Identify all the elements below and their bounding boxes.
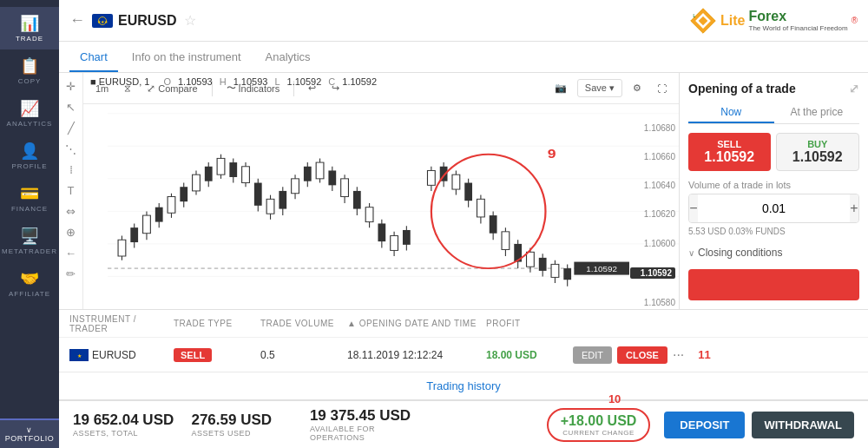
- closing-conditions[interactable]: ∨ Closing conditions: [688, 243, 859, 262]
- svg-rect-29: [205, 167, 213, 181]
- sell-label: SELL: [692, 139, 767, 149]
- volume-input[interactable]: [698, 201, 850, 215]
- trading-history-row: Trading history: [59, 372, 868, 399]
- volume-row: − +: [688, 194, 859, 223]
- current-change-label: CURRENT CHANGE: [562, 429, 634, 437]
- logo-diamond-icon: L: [689, 7, 717, 35]
- crosshair-tool[interactable]: ✛: [62, 76, 81, 96]
- sidebar-portfolio[interactable]: ∨ PORTFOLIO: [0, 418, 59, 448]
- tab-chart[interactable]: Chart: [69, 43, 118, 72]
- instrument-name: EURUSD: [118, 13, 177, 29]
- svg-rect-25: [180, 187, 187, 201]
- deposit-button[interactable]: DEPOSIT: [664, 412, 745, 438]
- col-header-volume: TRADE VOLUME: [257, 319, 344, 328]
- svg-rect-81: [539, 258, 547, 271]
- more-options-button[interactable]: ···: [673, 347, 684, 363]
- open-trade-button[interactable]: [688, 269, 859, 300]
- trendline-tool[interactable]: ╱: [62, 118, 81, 137]
- metatrader-icon: 🖥️: [20, 227, 40, 246]
- svg-rect-59: [391, 236, 398, 251]
- svg-rect-83: [551, 264, 559, 277]
- sell-button[interactable]: SELL 1.10592: [688, 133, 771, 171]
- volume-label: Volume of a trade in lots: [688, 180, 859, 190]
- chart-info-bar: ■ EURUSD, 1 O 1.10593 H 1.10593 L 1.1059…: [90, 76, 377, 87]
- panel-expand-button[interactable]: ⤢: [849, 82, 859, 96]
- profile-icon: 👤: [20, 142, 40, 161]
- annotation-11: 11: [693, 346, 715, 363]
- cell-date: 18.11.2019 12:12:24: [344, 349, 483, 361]
- sidebar-item-metatrader[interactable]: 🖥️ METATRADER: [0, 220, 59, 262]
- affiliate-icon: 🤝: [20, 269, 40, 288]
- sidebar-item-profile[interactable]: 👤 PROFILE: [0, 135, 59, 177]
- svg-rect-17: [130, 227, 138, 242]
- svg-rect-75: [502, 232, 510, 250]
- tab-at-price[interactable]: At the price: [774, 102, 860, 123]
- tab-analytics[interactable]: Analytics: [255, 43, 321, 72]
- svg-rect-69: [464, 183, 472, 201]
- sidebar-item-finance[interactable]: 💳 FINANCE: [0, 177, 59, 220]
- sidebar-item-trade[interactable]: 📊 TRADE: [0, 7, 59, 49]
- svg-rect-39: [266, 199, 274, 214]
- sidebar-item-analytics[interactable]: 📈 ANALYTICS: [0, 92, 59, 135]
- buy-price: 1.10592: [780, 149, 856, 165]
- tab-info[interactable]: Info on the instrument: [122, 43, 252, 72]
- assets-total-value: 19 652.04 USD: [73, 412, 191, 429]
- assets-total-label: ASSETS, TOTAL: [73, 429, 191, 438]
- volume-decrease-button[interactable]: −: [689, 194, 698, 222]
- svg-text:1.10592: 1.10592: [586, 265, 617, 273]
- right-panel: Opening of a trade ⤢ Now At the price SE…: [679, 73, 868, 309]
- chart-svg-container: 9 1.10592 1.10680 1.10660 1.10640 1.1062…: [108, 97, 679, 309]
- buy-button[interactable]: BUY 1.10592: [776, 133, 860, 171]
- svg-rect-37: [254, 183, 262, 206]
- analytics-icon: 📈: [20, 99, 40, 118]
- sidebar-item-copy[interactable]: 📋 COPY: [0, 49, 59, 92]
- favorite-button[interactable]: ☆: [184, 12, 196, 29]
- tab-now[interactable]: Now: [688, 102, 774, 123]
- sidebar: 📊 TRADE 📋 COPY 📈 ANALYTICS 👤 PROFILE 💳 F…: [0, 0, 59, 448]
- svg-rect-43: [292, 179, 299, 194]
- svg-rect-47: [316, 162, 324, 179]
- withdrawal-button[interactable]: WITHDRAWAL: [752, 412, 854, 438]
- svg-rect-53: [353, 191, 361, 209]
- close-trade-button[interactable]: CLOSE: [617, 346, 667, 364]
- col-header-instrument: INSTRUMENT / TRADER: [66, 314, 170, 333]
- annotation-10: 10: [608, 392, 621, 405]
- sidebar-item-affiliate[interactable]: 🤝 AFFILIATE: [0, 262, 59, 305]
- available-label: AVAILABLE FOR OPERATIONS: [310, 425, 428, 442]
- portfolio-row: ★ EURUSD SELL 0.5 18.11.2019 12:12:24 18…: [59, 337, 868, 372]
- settings-button[interactable]: ⚙: [628, 80, 647, 96]
- channel-tool[interactable]: ⋱: [62, 139, 81, 158]
- svg-rect-21: [155, 208, 163, 222]
- measure-tool[interactable]: ⇔: [62, 201, 81, 221]
- finance-icon: 💳: [20, 184, 40, 203]
- back-nav-tool[interactable]: ←: [62, 243, 81, 262]
- back-button[interactable]: ←: [69, 11, 85, 30]
- instrument-flag: ★: [69, 349, 89, 361]
- main-area: ← ★★★ EURUSD ☆ L Lite Forex The World of…: [59, 0, 868, 448]
- volume-increase-button[interactable]: +: [850, 194, 858, 222]
- trade-buttons: SELL 1.10592 BUY 1.10592: [688, 133, 859, 171]
- fullscreen-button[interactable]: ⛶: [652, 81, 672, 96]
- save-button[interactable]: Save ▾: [577, 79, 622, 97]
- edit-trade-button[interactable]: EDIT: [573, 346, 612, 364]
- zoom-tool[interactable]: ⊕: [62, 222, 81, 241]
- svg-rect-27: [193, 175, 201, 191]
- text-tool[interactable]: T: [62, 181, 81, 200]
- chart-area: 1m ⧖ ⤢ Compare 〜 Indicators ↩ ↪ 📷 Sa: [83, 73, 679, 309]
- svg-rect-41: [279, 191, 286, 209]
- page-header: ← ★★★ EURUSD ☆ L Lite Forex The World of…: [59, 0, 868, 42]
- available-stat: 19 375.45 USD AVAILABLE FOR OPERATIONS: [310, 407, 428, 442]
- trading-history-link[interactable]: Trading history: [426, 379, 501, 392]
- pencil-tool[interactable]: ✏: [62, 264, 81, 283]
- portfolio-section-header: INSTRUMENT / TRADER TRADE TYPE TRADE VOL…: [59, 309, 868, 337]
- svg-rect-85: [563, 268, 571, 280]
- screenshot-button[interactable]: 📷: [549, 80, 572, 96]
- svg-rect-57: [378, 223, 385, 241]
- svg-rect-55: [365, 208, 373, 222]
- available-value: 19 375.45 USD: [310, 407, 428, 425]
- svg-text:★: ★: [77, 353, 82, 359]
- fib-tool[interactable]: ⁞: [62, 160, 81, 179]
- cursor-tool[interactable]: ↖: [62, 97, 81, 116]
- cell-profit: 18.00 USD: [483, 349, 569, 361]
- svg-rect-73: [490, 215, 497, 234]
